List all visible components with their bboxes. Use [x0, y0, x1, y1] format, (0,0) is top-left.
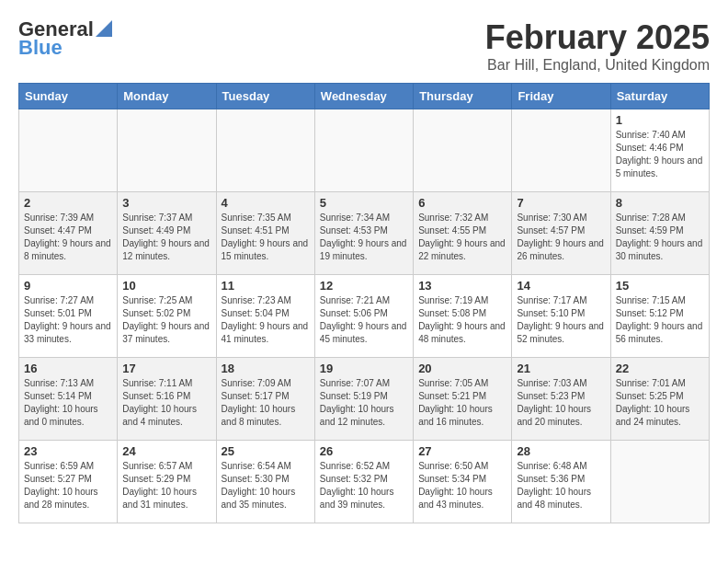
calendar-day: 6Sunrise: 7:32 AM Sunset: 4:55 PM Daylig…	[414, 192, 512, 275]
day-number: 15	[616, 279, 704, 293]
day-number: 20	[418, 362, 506, 375]
calendar-week-5: 23Sunrise: 6:59 AM Sunset: 5:27 PM Dayli…	[19, 441, 710, 523]
day-info: Sunrise: 7:19 AM Sunset: 5:08 PM Dayligh…	[418, 294, 506, 346]
calendar-day: 5Sunrise: 7:34 AM Sunset: 4:53 PM Daylig…	[314, 192, 413, 275]
day-info: Sunrise: 7:27 AM Sunset: 5:01 PM Dayligh…	[24, 294, 112, 346]
day-number: 1	[616, 113, 704, 127]
calendar-day: 12Sunrise: 7:21 AM Sunset: 5:06 PM Dayli…	[314, 275, 413, 358]
calendar-day: 10Sunrise: 7:25 AM Sunset: 5:02 PM Dayli…	[118, 275, 216, 358]
day-info: Sunrise: 6:59 AM Sunset: 5:27 PM Dayligh…	[24, 460, 112, 511]
day-number: 27	[418, 444, 506, 458]
day-info: Sunrise: 7:37 AM Sunset: 4:49 PM Dayligh…	[122, 212, 210, 263]
day-info: Sunrise: 7:39 AM Sunset: 4:47 PM Dayligh…	[24, 212, 112, 263]
day-number: 28	[517, 444, 605, 458]
day-number: 11	[222, 279, 310, 293]
logo: General Blue	[18, 18, 112, 59]
calendar-day: 24Sunrise: 6:57 AM Sunset: 5:29 PM Dayli…	[118, 441, 216, 523]
day-number: 19	[320, 362, 408, 375]
day-number: 6	[418, 196, 506, 210]
calendar-day: 1Sunrise: 7:40 AM Sunset: 4:46 PM Daylig…	[610, 109, 709, 192]
day-info: Sunrise: 6:48 AM Sunset: 5:36 PM Dayligh…	[517, 460, 605, 511]
day-number: 14	[517, 279, 605, 293]
calendar-day: 14Sunrise: 7:17 AM Sunset: 5:10 PM Dayli…	[512, 275, 610, 358]
col-tuesday: Tuesday	[216, 84, 314, 109]
day-number: 7	[517, 196, 605, 210]
day-number: 21	[517, 362, 605, 375]
calendar-day: 21Sunrise: 7:03 AM Sunset: 5:23 PM Dayli…	[512, 358, 610, 441]
day-number: 12	[320, 279, 408, 293]
calendar-header-row: Sunday Monday Tuesday Wednesday Thursday…	[19, 84, 710, 109]
calendar-day	[512, 109, 610, 192]
svg-marker-0	[96, 20, 112, 37]
calendar-day	[216, 109, 314, 192]
day-info: Sunrise: 7:30 AM Sunset: 4:57 PM Dayligh…	[517, 212, 605, 263]
calendar-day	[118, 109, 216, 192]
day-number: 26	[320, 444, 408, 458]
day-number: 13	[418, 279, 506, 293]
day-number: 25	[222, 444, 310, 458]
calendar-day: 2Sunrise: 7:39 AM Sunset: 4:47 PM Daylig…	[19, 192, 118, 275]
calendar-day: 23Sunrise: 6:59 AM Sunset: 5:27 PM Dayli…	[19, 441, 118, 523]
col-friday: Friday	[512, 84, 610, 109]
page: General Blue February 2025 Bar Hill, Eng…	[0, 0, 728, 533]
day-number: 23	[24, 444, 112, 458]
day-number: 18	[222, 362, 310, 375]
calendar-day: 7Sunrise: 7:30 AM Sunset: 4:57 PM Daylig…	[512, 192, 610, 275]
calendar-day	[414, 109, 512, 192]
day-number: 17	[122, 362, 210, 375]
day-info: Sunrise: 6:50 AM Sunset: 5:34 PM Dayligh…	[418, 460, 506, 511]
title-section: February 2025 Bar Hill, England, United …	[485, 18, 710, 74]
calendar-day: 8Sunrise: 7:28 AM Sunset: 4:59 PM Daylig…	[610, 192, 709, 275]
col-wednesday: Wednesday	[314, 84, 413, 109]
calendar-day: 13Sunrise: 7:19 AM Sunset: 5:08 PM Dayli…	[414, 275, 512, 358]
day-info: Sunrise: 7:21 AM Sunset: 5:06 PM Dayligh…	[320, 294, 408, 346]
day-number: 5	[320, 196, 408, 210]
day-number: 3	[122, 196, 210, 210]
day-info: Sunrise: 7:40 AM Sunset: 4:46 PM Dayligh…	[616, 129, 704, 180]
calendar-day: 17Sunrise: 7:11 AM Sunset: 5:16 PM Dayli…	[118, 358, 216, 441]
col-thursday: Thursday	[414, 84, 512, 109]
day-info: Sunrise: 6:52 AM Sunset: 5:32 PM Dayligh…	[320, 460, 408, 511]
day-number: 9	[24, 279, 112, 293]
calendar-week-1: 1Sunrise: 7:40 AM Sunset: 4:46 PM Daylig…	[19, 109, 710, 192]
calendar-day: 26Sunrise: 6:52 AM Sunset: 5:32 PM Dayli…	[314, 441, 413, 523]
calendar-day: 15Sunrise: 7:15 AM Sunset: 5:12 PM Dayli…	[610, 275, 709, 358]
calendar-day: 4Sunrise: 7:35 AM Sunset: 4:51 PM Daylig…	[216, 192, 314, 275]
day-info: Sunrise: 7:32 AM Sunset: 4:55 PM Dayligh…	[418, 212, 506, 263]
day-info: Sunrise: 6:54 AM Sunset: 5:30 PM Dayligh…	[222, 460, 310, 511]
day-number: 2	[24, 196, 112, 210]
day-number: 8	[616, 196, 704, 210]
day-info: Sunrise: 7:05 AM Sunset: 5:21 PM Dayligh…	[418, 377, 506, 429]
header: General Blue February 2025 Bar Hill, Eng…	[18, 18, 710, 74]
day-info: Sunrise: 7:15 AM Sunset: 5:12 PM Dayligh…	[616, 294, 704, 346]
col-saturday: Saturday	[610, 84, 709, 109]
calendar-day: 25Sunrise: 6:54 AM Sunset: 5:30 PM Dayli…	[216, 441, 314, 523]
col-sunday: Sunday	[19, 84, 118, 109]
day-info: Sunrise: 6:57 AM Sunset: 5:29 PM Dayligh…	[122, 460, 210, 511]
day-info: Sunrise: 7:28 AM Sunset: 4:59 PM Dayligh…	[616, 212, 704, 263]
calendar-day: 3Sunrise: 7:37 AM Sunset: 4:49 PM Daylig…	[118, 192, 216, 275]
day-info: Sunrise: 7:25 AM Sunset: 5:02 PM Dayligh…	[122, 294, 210, 346]
day-info: Sunrise: 7:34 AM Sunset: 4:53 PM Dayligh…	[320, 212, 408, 263]
calendar-week-4: 16Sunrise: 7:13 AM Sunset: 5:14 PM Dayli…	[19, 358, 710, 441]
calendar-week-3: 9Sunrise: 7:27 AM Sunset: 5:01 PM Daylig…	[19, 275, 710, 358]
day-info: Sunrise: 7:11 AM Sunset: 5:16 PM Dayligh…	[122, 377, 210, 429]
calendar-day	[314, 109, 413, 192]
col-monday: Monday	[118, 84, 216, 109]
logo-text-blue: Blue	[18, 37, 63, 59]
day-info: Sunrise: 7:01 AM Sunset: 5:25 PM Dayligh…	[616, 377, 704, 429]
day-info: Sunrise: 7:07 AM Sunset: 5:19 PM Dayligh…	[320, 377, 408, 429]
day-info: Sunrise: 7:17 AM Sunset: 5:10 PM Dayligh…	[517, 294, 605, 346]
day-info: Sunrise: 7:13 AM Sunset: 5:14 PM Dayligh…	[24, 377, 112, 429]
calendar-day	[610, 441, 709, 523]
calendar-day: 19Sunrise: 7:07 AM Sunset: 5:19 PM Dayli…	[314, 358, 413, 441]
day-info: Sunrise: 7:23 AM Sunset: 5:04 PM Dayligh…	[222, 294, 310, 346]
day-number: 16	[24, 362, 112, 375]
day-info: Sunrise: 7:09 AM Sunset: 5:17 PM Dayligh…	[222, 377, 310, 429]
day-number: 24	[122, 444, 210, 458]
day-number: 22	[616, 362, 704, 375]
logo-triangle-icon	[96, 20, 112, 37]
calendar-title: February 2025	[485, 18, 710, 57]
day-number: 4	[222, 196, 310, 210]
calendar-day: 18Sunrise: 7:09 AM Sunset: 5:17 PM Dayli…	[216, 358, 314, 441]
